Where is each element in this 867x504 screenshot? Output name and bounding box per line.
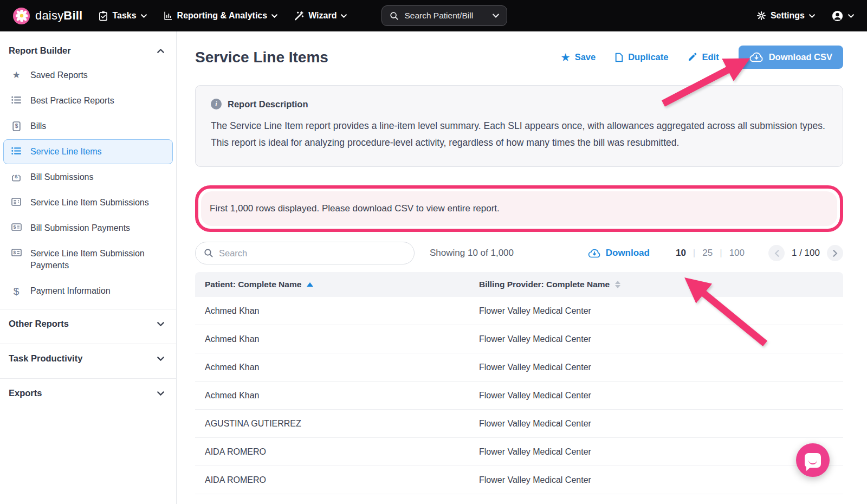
table-row[interactable]: Achmed Khan Flower Valley Medical Center bbox=[195, 382, 843, 410]
sidebar-item-bill-submission-payments[interactable]: $ Bill Submission Payments bbox=[3, 216, 173, 241]
global-search-label: Search Patient/Bill bbox=[404, 11, 487, 21]
sidebar-section-exports[interactable]: Exports bbox=[0, 378, 176, 408]
pencil-icon bbox=[688, 53, 697, 62]
column-header-patient[interactable]: Patient: Complete Name bbox=[195, 280, 479, 289]
nav-tasks[interactable]: Tasks bbox=[99, 11, 146, 21]
dollar-icon: $ bbox=[10, 286, 22, 296]
star-icon: ★ bbox=[561, 51, 570, 63]
table-row[interactable]: AIDA ROMERO Flower Valley Medical Center bbox=[195, 466, 843, 494]
patient-name-cell: Achmed Khan bbox=[195, 334, 479, 344]
page-size-100[interactable]: 100 bbox=[729, 248, 745, 259]
duplicate-button[interactable]: Duplicate bbox=[615, 52, 668, 62]
svg-text:$: $ bbox=[13, 224, 16, 230]
billing-provider-cell: Flower Valley Medical Center bbox=[479, 447, 843, 457]
section-label: Task Productivity bbox=[9, 353, 82, 364]
edit-button[interactable]: Edit bbox=[688, 52, 719, 62]
column-header-billing-provider[interactable]: Billing Provider: Complete Name bbox=[479, 280, 843, 289]
previous-page-button[interactable] bbox=[768, 245, 785, 261]
billing-provider-cell: Flower Valley Medical Center bbox=[479, 475, 843, 485]
report-sidebar: Report Builder ★ Saved Reports Best Prac… bbox=[0, 31, 177, 504]
global-search-trigger[interactable]: Search Patient/Bill bbox=[381, 5, 507, 26]
svg-text:$: $ bbox=[15, 173, 18, 179]
table-row[interactable]: Achmed Khan Flower Valley Medical Center bbox=[195, 353, 843, 382]
sidebar-item-bill-submissions[interactable]: $ Bill Submissions bbox=[3, 165, 173, 190]
sidebar-item-service-line-item-submission-payments[interactable]: $ Service Line Item Submission Payments bbox=[3, 241, 173, 278]
billing-provider-cell: Flower Valley Medical Center bbox=[479, 391, 843, 400]
daisy-flower-icon bbox=[13, 8, 30, 24]
chevron-down-icon bbox=[848, 14, 854, 18]
billing-provider-cell: Flower Valley Medical Center bbox=[479, 306, 843, 316]
top-nav: daisyBill Tasks Reporting & Analytics bbox=[0, 0, 867, 31]
patient-name-cell: Achmed Khan bbox=[195, 391, 479, 400]
document-icon bbox=[615, 53, 623, 62]
table-row[interactable]: AGUSTINA GUTIERREZ Flower Valley Medical… bbox=[195, 410, 843, 438]
chevron-down-icon bbox=[493, 14, 499, 18]
patient-name-cell: AGUSTINA GUTIERREZ bbox=[195, 419, 479, 429]
search-icon bbox=[390, 11, 399, 21]
sidebar-item-label: Payment Information bbox=[30, 285, 111, 297]
svg-text:$: $ bbox=[15, 123, 18, 129]
billing-provider-cell: Flower Valley Medical Center bbox=[479, 363, 843, 372]
sidebar-section-report-builder[interactable]: Report Builder bbox=[0, 36, 176, 62]
rows-limit-notice: First 1,000 rows displayed. Please downl… bbox=[201, 191, 837, 226]
user-avatar-icon bbox=[831, 10, 844, 22]
daisybill-logo[interactable]: daisyBill bbox=[13, 8, 82, 24]
sort-ascending-icon bbox=[307, 282, 313, 287]
chat-bubble-icon bbox=[805, 453, 821, 468]
patient-name-cell: AIDA ROMERO bbox=[195, 447, 479, 457]
download-csv-button[interactable]: Download CSV bbox=[739, 46, 843, 69]
cloud-download-icon bbox=[588, 249, 601, 258]
sidebar-item-bills[interactable]: $ Bills bbox=[3, 114, 173, 139]
sidebar-section-task-productivity[interactable]: Task Productivity bbox=[0, 344, 176, 373]
sidebar-item-saved-reports[interactable]: ★ Saved Reports bbox=[3, 63, 173, 88]
sidebar-item-label: Bills bbox=[30, 120, 46, 132]
sidebar-item-service-line-items[interactable]: Service Line Items bbox=[3, 139, 173, 164]
patient-name-cell: Achmed Khan bbox=[195, 363, 479, 372]
nav-settings-label: Settings bbox=[771, 11, 805, 21]
sidebar-item-best-practice-reports[interactable]: Best Practice Reports bbox=[3, 88, 173, 113]
page-title: Service Line Items bbox=[195, 49, 328, 66]
search-input[interactable] bbox=[219, 248, 406, 259]
bulleted-list-icon bbox=[10, 147, 22, 155]
payment-check-icon: $ bbox=[10, 249, 22, 256]
table-row[interactable]: AIDA ROMERO Flower Valley Medical Center bbox=[195, 438, 843, 466]
table-row[interactable]: Achmed Khan Flower Valley Medical Center bbox=[195, 325, 843, 353]
report-description-title: Report Description bbox=[228, 99, 308, 109]
info-icon: i bbox=[211, 99, 222, 109]
table-row[interactable]: Achmed Khan Flower Valley Medical Center bbox=[195, 297, 843, 325]
page-indicator: 1 / 100 bbox=[792, 248, 820, 259]
chevron-down-icon bbox=[157, 322, 164, 326]
sidebar-item-service-line-item-submissions[interactable]: Service Line Item Submissions bbox=[3, 190, 173, 215]
cloud-download-icon bbox=[749, 52, 764, 62]
gear-icon bbox=[756, 11, 766, 21]
next-page-button[interactable] bbox=[827, 245, 843, 261]
sidebar-item-payment-information[interactable]: $ Payment Information bbox=[3, 279, 173, 303]
save-button[interactable]: ★ Save bbox=[561, 51, 596, 63]
payment-check-icon: $ bbox=[10, 223, 22, 231]
sidebar-item-label: Service Line Item Submissions bbox=[30, 197, 149, 209]
nav-account-menu[interactable] bbox=[831, 10, 854, 22]
chat-launcher-button[interactable] bbox=[796, 443, 830, 477]
patient-name-cell: AIDA ROMERO bbox=[195, 475, 479, 485]
sidebar-section-other-reports[interactable]: Other Reports bbox=[0, 309, 176, 338]
nav-reporting-analytics[interactable]: Reporting & Analytics bbox=[163, 11, 278, 21]
patient-name-cell: Achmed Khan bbox=[195, 306, 479, 316]
nav-settings[interactable]: Settings bbox=[756, 11, 815, 21]
sidebar-item-label: Bill Submission Payments bbox=[30, 222, 130, 234]
page-size-25[interactable]: 25 bbox=[702, 248, 713, 259]
chevron-down-icon bbox=[341, 14, 347, 18]
download-link[interactable]: Download bbox=[588, 248, 650, 259]
showing-count: Showing 10 of 1,000 bbox=[430, 248, 514, 259]
sidebar-item-label: Bill Submissions bbox=[30, 171, 93, 183]
clipboard-icon bbox=[99, 11, 108, 21]
magic-wand-icon bbox=[294, 11, 304, 21]
section-label: Report Builder bbox=[9, 46, 71, 56]
page-size-10[interactable]: 10 bbox=[676, 248, 686, 259]
nav-tasks-label: Tasks bbox=[112, 11, 136, 21]
chevron-down-icon bbox=[157, 357, 164, 361]
search-icon bbox=[204, 248, 213, 258]
page-size-selector: 10 | 25 | 100 bbox=[676, 248, 745, 259]
nav-wizard[interactable]: Wizard bbox=[294, 11, 347, 21]
bill-document-icon: $ bbox=[10, 121, 22, 131]
nav-wizard-label: Wizard bbox=[308, 11, 337, 21]
